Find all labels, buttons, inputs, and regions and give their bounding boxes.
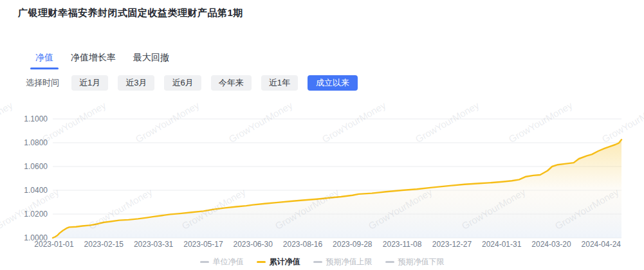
x-tick-label: 2023-03-31 (134, 240, 174, 249)
x-tick-label: 2023-08-16 (283, 240, 323, 249)
tab-label: 净值增长率 (71, 52, 116, 62)
legend-item-unit-nav[interactable]: 单位净值 (200, 256, 244, 267)
x-tick-label: 2023-12-27 (432, 240, 472, 249)
legend-label: 单位净值 (213, 256, 244, 267)
legend-dash-icon (385, 261, 394, 263)
legend-label: 预期净值上限 (326, 256, 373, 267)
y-tick-label: 1.0200 (24, 210, 48, 219)
y-tick-label: 1.0800 (24, 138, 48, 147)
x-tick-label: 2023-06-30 (234, 240, 273, 249)
x-tick-label: 2023-02-15 (84, 240, 124, 249)
x-tick-label: 2023-09-28 (333, 240, 373, 249)
y-tick-label: 1.1000 (24, 114, 48, 123)
time-btn-1year[interactable]: 近1年 (261, 75, 298, 91)
legend-item-cumulative-nav[interactable]: 累计净值 (257, 256, 300, 267)
time-filter: 选择时间 近1月 近3月 近6月 今年来 近1年 成立以来 (26, 75, 358, 91)
time-btn-1month[interactable]: 近1月 (71, 75, 108, 91)
time-btn-6months[interactable]: 近6月 (164, 75, 201, 91)
time-btn-since-inception[interactable]: 成立以来 (308, 75, 358, 91)
chart-legend: 单位净值 累计净值 预期净值上限 预期净值下限 (0, 256, 644, 267)
x-tick-label: 2023-05-17 (183, 240, 223, 249)
legend-dash-icon (257, 261, 266, 263)
legend-label: 累计净值 (270, 256, 300, 267)
tab-label: 最大回撤 (133, 52, 169, 62)
y-tick-label: 1.0600 (24, 162, 48, 171)
legend-dash-icon (200, 261, 209, 263)
legend-dash-icon (313, 261, 322, 263)
x-tick-label: 2024-04-24 (582, 240, 621, 249)
legend-label: 预期净值下限 (398, 256, 445, 267)
tab-nav-growth-rate[interactable]: 净值增长率 (71, 52, 116, 69)
x-tick-label: 2024-03-20 (531, 240, 571, 249)
x-tick-label: 2023-01-01 (34, 240, 74, 249)
time-btn-3months[interactable]: 近3月 (118, 75, 154, 91)
chart-area: 1.10001.08001.06001.04001.02001.00002023… (0, 103, 644, 257)
line-chart-canvas[interactable]: 1.10001.08001.06001.04001.02001.00002023… (0, 103, 644, 257)
tab-net-value[interactable]: 净值 (35, 52, 53, 69)
legend-item-expected-nav-upper[interactable]: 预期净值上限 (313, 256, 373, 267)
product-page: 广银理财幸福安养封闭式固定收益类理财产品第1期 净值 净值增长率 最大回撤 选择… (0, 0, 644, 270)
tab-max-drawdown[interactable]: 最大回撤 (133, 52, 169, 69)
legend-item-expected-nav-lower[interactable]: 预期净值下限 (385, 256, 445, 267)
x-tick-label: 2024-01-31 (482, 240, 522, 249)
time-btn-ytd[interactable]: 今年来 (211, 75, 252, 91)
series-area (53, 140, 621, 238)
tab-label: 净值 (35, 52, 53, 62)
x-tick-label: 2023-11-08 (383, 240, 422, 249)
time-filter-label: 选择时间 (26, 77, 59, 89)
y-tick-label: 1.0400 (24, 186, 48, 195)
page-title: 广银理财幸福安养封闭式固定收益类理财产品第1期 (18, 7, 243, 19)
tab-bar: 净值 净值增长率 最大回撤 (35, 52, 169, 69)
